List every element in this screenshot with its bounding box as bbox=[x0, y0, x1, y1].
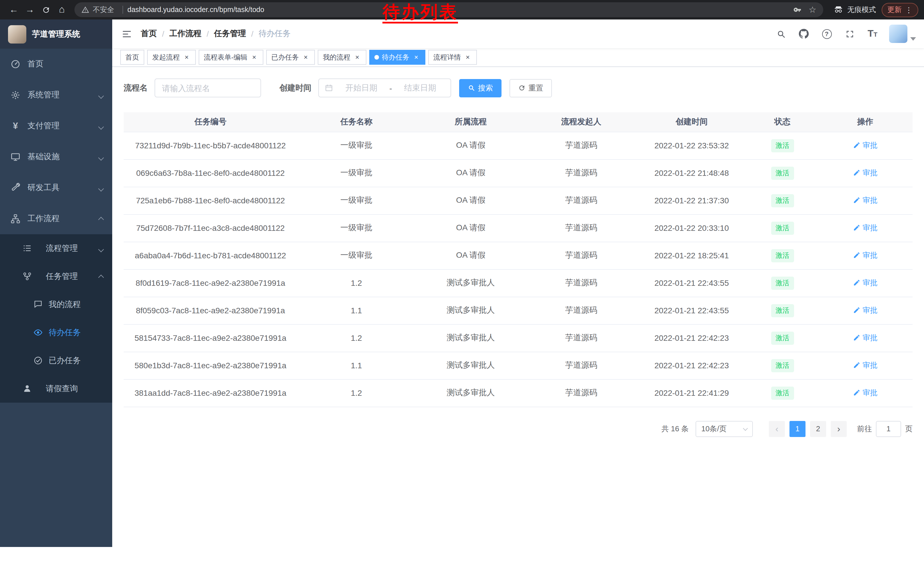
github-button[interactable] bbox=[794, 24, 813, 44]
table-row: 725a1eb6-7b88-11ec-8ef0-acde48001122 一级审… bbox=[124, 187, 912, 214]
total-count: 共 16 条 bbox=[662, 423, 689, 434]
status-badge: 激活 bbox=[771, 276, 794, 290]
tab-home[interactable]: 首页 bbox=[120, 50, 144, 65]
logo-image bbox=[8, 25, 26, 43]
task-id-cell: 58154733-7ac8-11ec-a9e2-a2380e71991a bbox=[124, 324, 297, 352]
tab-my-process[interactable]: 我的流程× bbox=[318, 50, 366, 65]
sidebar-item-workflow[interactable]: 工作流程 bbox=[0, 203, 112, 234]
goto-page-input[interactable] bbox=[876, 421, 901, 437]
page-button-1[interactable]: 1 bbox=[789, 421, 806, 437]
approve-link[interactable]: 审批 bbox=[853, 195, 878, 206]
breadcrumb-workflow[interactable]: 工作流程 bbox=[170, 29, 201, 39]
sidebar-item-leave-query[interactable]: 请假查询 bbox=[0, 375, 112, 402]
forward-button[interactable]: → bbox=[22, 2, 38, 18]
task-name-cell: 1.2 bbox=[297, 324, 416, 352]
tab-process-detail[interactable]: 流程详情× bbox=[428, 50, 477, 65]
tab-done-task[interactable]: 已办任务× bbox=[266, 50, 315, 65]
initiator-cell: 芋道源码 bbox=[526, 242, 637, 269]
back-button[interactable]: ← bbox=[6, 2, 22, 18]
breadcrumb-task-mgmt[interactable]: 任务管理 bbox=[214, 29, 246, 39]
main-area: 首页 / 工作流程 / 任务管理 / 待办任务 ? TT bbox=[112, 20, 924, 547]
breadcrumb-separator: / bbox=[251, 29, 254, 38]
create-time-cell: 2022-01-21 22:42:23 bbox=[636, 324, 747, 352]
task-id-cell: 580e1b3d-7ac8-11ec-a9e2-a2380e71991a bbox=[124, 352, 297, 379]
fullscreen-button[interactable] bbox=[840, 24, 859, 44]
sidebar-item-infrastructure[interactable]: 基础设施 bbox=[0, 141, 112, 173]
approve-link[interactable]: 审批 bbox=[853, 333, 878, 343]
range-separator: - bbox=[389, 83, 392, 93]
process-name-label: 流程名 bbox=[124, 83, 148, 93]
chevron-down-icon bbox=[99, 244, 103, 253]
approve-link[interactable]: 审批 bbox=[853, 168, 878, 178]
date-range-picker[interactable]: 开始日期 - 结束日期 bbox=[318, 78, 451, 98]
tab-todo-task[interactable]: 待办任务× bbox=[369, 50, 425, 65]
task-name-cell: 1.1 bbox=[297, 352, 416, 379]
search-button-filter[interactable]: 搜索 bbox=[459, 79, 501, 97]
task-id-cell: 8f059c03-7ac8-11ec-a9e2-a2380e71991a bbox=[124, 297, 297, 324]
refresh-icon bbox=[518, 84, 525, 92]
approve-link[interactable]: 审批 bbox=[853, 388, 878, 398]
menu-dots-icon[interactable]: ⋮ bbox=[905, 6, 912, 14]
sidebar-item-home[interactable]: 首页 bbox=[0, 49, 112, 80]
font-size-button[interactable]: TT bbox=[863, 24, 882, 44]
status-badge: 激活 bbox=[771, 359, 794, 372]
chat-icon bbox=[33, 299, 43, 309]
status-cell: 激活 bbox=[747, 352, 818, 379]
sidebar-item-task-mgmt[interactable]: 任务管理 bbox=[0, 262, 112, 290]
close-icon[interactable]: × bbox=[412, 53, 420, 61]
approve-link[interactable]: 审批 bbox=[853, 360, 878, 371]
approve-link[interactable]: 审批 bbox=[853, 250, 878, 261]
process-cell: 测试多审批人 bbox=[416, 269, 526, 297]
page-size-select[interactable]: 10条/页 bbox=[696, 421, 753, 437]
breadcrumb-home[interactable]: 首页 bbox=[141, 29, 157, 39]
task-id-cell: 069c6a63-7b8a-11ec-8ef0-acde48001122 bbox=[124, 159, 297, 187]
close-icon[interactable]: × bbox=[183, 53, 190, 61]
sidebar-item-todo-task[interactable]: 待办任务 bbox=[0, 318, 112, 347]
status-badge: 激活 bbox=[771, 194, 794, 207]
approve-link[interactable]: 审批 bbox=[853, 305, 878, 315]
sidebar-item-payment[interactable]: ¥ 支付管理 bbox=[0, 111, 112, 141]
column-header: 操作 bbox=[818, 112, 912, 132]
dashboard-icon bbox=[10, 59, 21, 69]
close-icon[interactable]: × bbox=[464, 53, 472, 61]
create-time-cell: 2022-01-22 18:25:41 bbox=[636, 242, 747, 269]
home-button[interactable]: ⌂ bbox=[54, 2, 70, 18]
page-button-2[interactable]: 2 bbox=[810, 421, 826, 437]
process-name-input[interactable] bbox=[154, 78, 261, 98]
prev-page-button[interactable]: ‹ bbox=[769, 421, 785, 437]
update-button[interactable]: 更新 ⋮ bbox=[882, 3, 918, 17]
avatar[interactable] bbox=[889, 25, 908, 43]
close-icon[interactable]: × bbox=[353, 53, 361, 61]
search-button[interactable] bbox=[771, 24, 790, 44]
action-cell: 审批 bbox=[818, 214, 912, 242]
key-icon[interactable] bbox=[793, 5, 802, 14]
approve-link[interactable]: 审批 bbox=[853, 278, 878, 288]
reset-button[interactable]: 重置 bbox=[510, 79, 552, 97]
help-button[interactable]: ? bbox=[817, 24, 836, 44]
column-header: 任务名称 bbox=[297, 112, 416, 132]
sidebar-item-label: 我的流程 bbox=[49, 299, 81, 309]
bookmark-star-icon[interactable]: ☆ bbox=[808, 5, 816, 15]
user-menu[interactable] bbox=[889, 25, 916, 43]
tab-process-form-edit[interactable]: 流程表单-编辑× bbox=[199, 50, 263, 65]
approve-link[interactable]: 审批 bbox=[853, 223, 878, 233]
sidebar-item-process-mgmt[interactable]: 流程管理 bbox=[0, 234, 112, 262]
next-page-button[interactable]: › bbox=[831, 421, 847, 437]
sidebar-logo[interactable]: 芋道管理系统 bbox=[0, 20, 112, 49]
close-icon[interactable]: × bbox=[302, 53, 310, 61]
sidebar-collapse-button[interactable] bbox=[112, 20, 141, 48]
caret-down-icon bbox=[910, 37, 916, 41]
sidebar-item-done-task[interactable]: 已办任务 bbox=[0, 347, 112, 375]
check-circle-icon bbox=[33, 355, 43, 366]
approve-link[interactable]: 审批 bbox=[853, 140, 878, 151]
create-time-label: 创建时间 bbox=[279, 83, 311, 93]
tab-start-process[interactable]: 发起流程× bbox=[147, 50, 196, 65]
sidebar-item-my-process[interactable]: 我的流程 bbox=[0, 290, 112, 318]
close-icon[interactable]: × bbox=[250, 53, 258, 61]
initiator-cell: 芋道源码 bbox=[526, 159, 637, 187]
reload-button[interactable] bbox=[38, 2, 54, 18]
sidebar-item-system[interactable]: 系统管理 bbox=[0, 80, 112, 111]
active-dot bbox=[374, 55, 379, 60]
status-badge: 激活 bbox=[771, 331, 794, 344]
sidebar-item-devtools[interactable]: 研发工具 bbox=[0, 173, 112, 203]
